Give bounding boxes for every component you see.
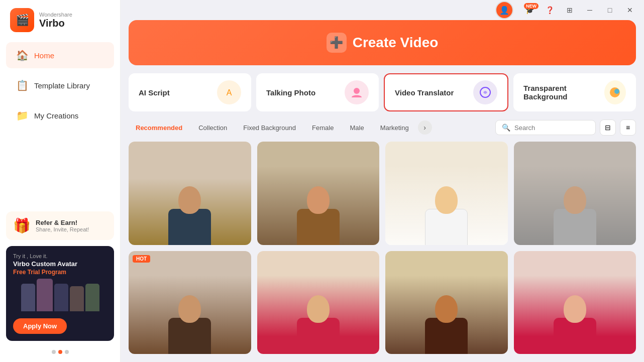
- close-button[interactable]: ✕: [622, 2, 638, 18]
- refer-text-block: Refer & Earn! Share, Invite, Repeat!: [36, 219, 89, 232]
- courses-icon-wrapper: 🎓 NEW: [521, 2, 538, 18]
- transparent-bg-icon: [604, 80, 626, 104]
- avatar-card-3[interactable]: Ruby-Games: [385, 142, 508, 245]
- avatar-body-8: [554, 318, 596, 354]
- avatar-head-5: [178, 295, 201, 323]
- dot-3: [65, 350, 69, 354]
- dot-1: [52, 350, 56, 354]
- filter-bar: Recommended Collection Fixed Background …: [129, 119, 636, 136]
- logo-area: 🎬 Wondershare Virbo: [0, 0, 120, 40]
- svg-text:A: A: [227, 88, 232, 97]
- transparent-bg-label: Transparent Background: [523, 84, 604, 101]
- video-translator-icon: [473, 80, 497, 104]
- titlebar: 👤 🎓 NEW ❓ ⊞ ─ □ ✕: [121, 0, 644, 20]
- avatar-figure-3: [404, 154, 489, 245]
- avatar-img-4: [514, 142, 636, 245]
- trial-avatar-3: [54, 284, 68, 311]
- minimize-button[interactable]: ─: [582, 2, 598, 18]
- tool-card-video-translator[interactable]: Video Translator: [384, 73, 508, 111]
- create-video-banner[interactable]: ➕ Create Video: [129, 20, 636, 65]
- search-box: 🔍: [495, 120, 596, 135]
- avatar-figure-7: [404, 263, 489, 354]
- app-logo-text: Wondershare Virbo: [39, 12, 72, 29]
- filter-tab-marketing[interactable]: Marketing: [373, 121, 416, 135]
- avatar-card-7[interactable]: [385, 251, 508, 354]
- svg-point-2: [354, 88, 360, 94]
- app-brand: Wondershare: [39, 12, 72, 18]
- refer-title: Refer & Earn!: [36, 219, 89, 226]
- create-video-icon: ➕: [327, 33, 347, 53]
- avatar-body-3: [425, 209, 468, 245]
- restore-button[interactable]: □: [602, 2, 618, 18]
- sidebar-item-my-creations[interactable]: 📁 My Creations: [6, 102, 114, 129]
- filter-tab-female[interactable]: Female: [305, 121, 341, 135]
- avatar-head-2: [307, 186, 330, 214]
- grid-button[interactable]: ⊞: [562, 2, 578, 18]
- dot-indicators: [6, 350, 114, 354]
- refer-icon: 🎁: [13, 217, 31, 234]
- search-input[interactable]: [514, 124, 599, 132]
- avatar-figure-5: [147, 263, 233, 354]
- avatar-body-2: [297, 209, 340, 245]
- trial-text-block: Try it , Love it. Virbo Custom Avatar Fr…: [13, 253, 107, 276]
- filter-more-button[interactable]: ›: [418, 120, 432, 135]
- avatar-head-1: [178, 186, 201, 214]
- home-icon: 🏠: [16, 49, 28, 61]
- sidebar-item-template-library[interactable]: 📋 Template Library: [6, 72, 114, 98]
- avatar-card-6[interactable]: [257, 251, 380, 354]
- sidebar: 🎬 Wondershare Virbo 🏠 Home 📋 Template Li…: [0, 0, 121, 362]
- main-content: 👤 🎓 NEW ❓ ⊞ ─ □ ✕ ➕ Create Video AI Scri…: [121, 0, 644, 362]
- refer-card[interactable]: 🎁 Refer & Earn! Share, Invite, Repeat!: [6, 211, 114, 240]
- new-badge: NEW: [524, 3, 539, 9]
- ai-script-icon: A: [217, 80, 241, 104]
- filter-tab-collection[interactable]: Collection: [191, 121, 234, 135]
- avatar-figure-4: [532, 154, 617, 245]
- help-button[interactable]: ❓: [542, 2, 558, 18]
- avatar-card-8[interactable]: [514, 251, 636, 354]
- avatar-figure-1: [147, 154, 233, 245]
- avatar-body-7: [425, 318, 468, 354]
- sidebar-label-template-library: Template Library: [34, 81, 90, 90]
- svg-point-5: [614, 89, 619, 94]
- avatar-body-5: [168, 318, 211, 354]
- tool-card-ai-script[interactable]: AI Script A: [129, 73, 251, 111]
- video-translator-label: Video Translator: [395, 88, 454, 97]
- create-video-title: Create Video: [353, 35, 439, 51]
- apply-now-button[interactable]: Apply Now: [13, 318, 67, 334]
- avatar-body-4: [554, 209, 596, 245]
- trial-avatar-2: [37, 279, 53, 311]
- filter-tab-male[interactable]: Male: [343, 121, 371, 135]
- tool-card-talking-photo[interactable]: Talking Photo: [256, 73, 379, 111]
- trial-card: Try it , Love it. Virbo Custom Avatar Fr…: [6, 246, 114, 341]
- ai-script-label: AI Script: [139, 88, 170, 97]
- trial-highlight: Free Trial Program: [13, 269, 107, 276]
- filter-tab-fixed-background[interactable]: Fixed Background: [236, 121, 303, 135]
- tool-cards-row: AI Script A Talking Photo Video Translat…: [129, 73, 636, 111]
- search-icon: 🔍: [502, 124, 510, 132]
- avatar-head-6: [307, 295, 330, 323]
- avatar-figure-6: [275, 263, 361, 354]
- tool-card-transparent-bg[interactable]: Transparent Background: [513, 73, 636, 111]
- avatar-card-4[interactable]: Harper-Promotion: [514, 142, 636, 245]
- sidebar-item-home[interactable]: 🏠 Home: [6, 42, 114, 68]
- trial-avatar-5: [85, 284, 99, 311]
- avatar-img-5: HOT: [129, 251, 251, 354]
- avatar-img-6: [257, 251, 380, 354]
- trial-title: Virbo Custom Avatar: [13, 260, 107, 268]
- avatar-card-5[interactable]: HOT: [129, 251, 251, 354]
- app-name: Virbo: [39, 18, 72, 29]
- user-button[interactable]: 👤: [495, 1, 513, 19]
- avatar-grid: Brandt-Casual Elena-Professional Ruby-Ga…: [121, 142, 644, 362]
- avatar-card-1[interactable]: Brandt-Casual: [129, 142, 251, 245]
- search-area: 🔍 ⊟ ≡: [495, 119, 636, 136]
- trial-tag: Try it , Love it.: [13, 253, 107, 259]
- avatar-body-6: [297, 318, 340, 354]
- avatar-card-2[interactable]: Elena-Professional: [257, 142, 380, 245]
- refer-subtitle: Share, Invite, Repeat!: [36, 226, 89, 232]
- list-view-button[interactable]: ≡: [620, 119, 636, 136]
- my-creations-icon: 📁: [16, 109, 28, 122]
- avatar-img-3: [385, 142, 508, 245]
- filter-tab-recommended[interactable]: Recommended: [129, 121, 189, 135]
- grid-view-button[interactable]: ⊟: [600, 119, 616, 136]
- avatar-img-8: [514, 251, 636, 354]
